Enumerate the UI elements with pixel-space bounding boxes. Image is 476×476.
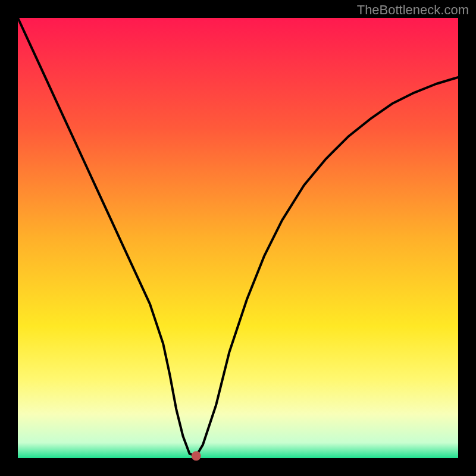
optimal-point-marker <box>192 451 201 461</box>
watermark-text: TheBottleneck.com <box>357 2 469 18</box>
plot-background <box>18 18 458 458</box>
chart-container: TheBottleneck.com <box>0 0 476 476</box>
bottleneck-chart <box>0 0 476 476</box>
